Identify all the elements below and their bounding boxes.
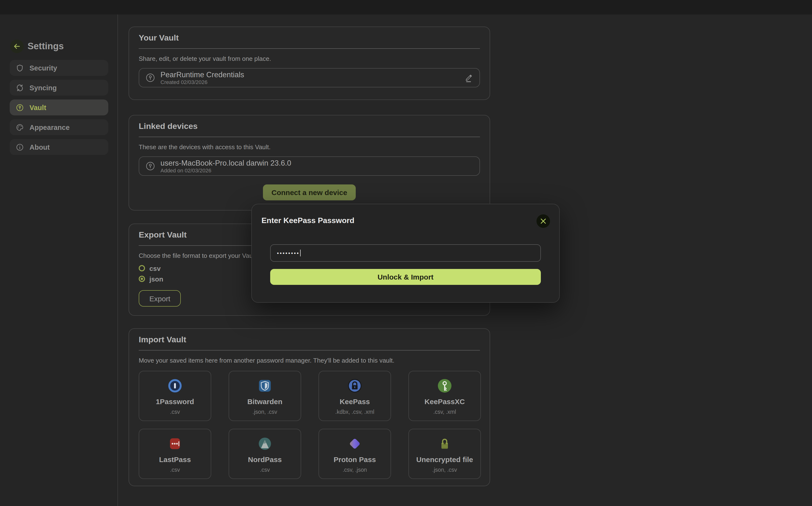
your-vault-card: Your Vault Share, edit, or delete your v… (129, 26, 490, 100)
import-tile-lastpass[interactable]: LastPass .csv (139, 429, 211, 479)
sidebar-item-appearance[interactable]: Appearance (10, 119, 108, 135)
your-vault-description: Share, edit, or delete your vault from o… (139, 55, 480, 62)
keepassxc-icon (437, 378, 452, 393)
sync-icon (16, 84, 24, 91)
divider (139, 137, 480, 137)
sidebar-item-syncing[interactable]: Syncing (10, 80, 108, 96)
linked-devices-title: Linked devices (139, 122, 480, 131)
divider (139, 48, 480, 49)
import-tile-bitwarden[interactable]: Bitwarden .json, .csv (228, 371, 301, 421)
settings-sidebar: Settings Security Syncing (0, 14, 118, 506)
your-vault-title: Your Vault (139, 33, 480, 43)
import-vault-card: Import Vault Move your saved items here … (129, 328, 490, 486)
device-added-date: Added on 02/03/2026 (160, 168, 291, 173)
vault-name: PearRuntime Credentials (160, 71, 244, 79)
onepassword-icon (168, 378, 182, 393)
radio-label: csv (149, 264, 161, 272)
connect-new-device-button[interactable]: Connect a new device (263, 184, 356, 200)
provider-formats: .csv (170, 409, 180, 415)
provider-name: KeePassXC (425, 397, 465, 406)
lastpass-icon (168, 436, 182, 451)
sidebar-item-label: Vault (29, 103, 46, 111)
close-dialog-button[interactable] (537, 215, 550, 228)
edit-vault-button[interactable] (464, 73, 473, 82)
text-cursor (300, 250, 300, 256)
keepass-password-dialog: Enter KeePass Password •••••••• Unlock &… (251, 204, 560, 303)
divider (139, 350, 480, 350)
app-window: Settings Security Syncing (0, 0, 812, 506)
provider-formats: .csv (170, 467, 180, 473)
provider-formats: .csv (260, 467, 270, 473)
import-tile-keepass[interactable]: KeePass .kdbx, .csv, .xml (319, 371, 391, 421)
shield-icon (16, 64, 24, 72)
radio-selected-icon (139, 276, 145, 282)
import-tile-unencrypted-file[interactable]: Unencrypted file .json, .csv (408, 429, 481, 479)
export-button[interactable]: Export (139, 290, 181, 307)
info-icon (16, 143, 24, 151)
device-name: users-MacBook-Pro.local darwin 23.6.0 (160, 159, 291, 167)
device-row[interactable]: users-MacBook-Pro.local darwin 23.6.0 Ad… (139, 156, 480, 176)
import-tile-1password[interactable]: 1Password .csv (139, 371, 211, 421)
pencil-edit-icon (464, 73, 473, 82)
provider-name: LastPass (159, 455, 191, 463)
sidebar-item-label: About (29, 143, 50, 151)
bitwarden-icon (258, 378, 272, 393)
provider-name: 1Password (156, 397, 194, 406)
sidebar-item-label: Appearance (29, 123, 70, 131)
sidebar-item-about[interactable]: About (10, 139, 108, 155)
close-icon (540, 218, 546, 224)
linked-devices-description: These are the devices with access to thi… (139, 143, 480, 151)
page-title: Settings (27, 39, 64, 53)
password-input[interactable]: •••••••• (270, 244, 541, 262)
provider-name: NordPass (248, 455, 282, 463)
palette-icon (16, 123, 24, 131)
unencrypted-lock-icon (437, 436, 452, 451)
import-vault-description: Move your saved items here from another … (139, 357, 480, 364)
sidebar-item-label: Syncing (29, 84, 57, 91)
key-circle-icon (145, 73, 155, 83)
import-tile-nordpass[interactable]: NordPass .csv (228, 429, 301, 479)
radio-label: json (149, 275, 163, 283)
keepass-icon (347, 378, 362, 393)
window-titlebar (0, 0, 812, 14)
dialog-title: Enter KeePass Password (262, 216, 354, 225)
linked-devices-card: Linked devices These are the devices wit… (129, 115, 490, 210)
provider-formats: .csv, .xml (433, 409, 456, 415)
provider-name: Proton Pass (334, 455, 376, 463)
vault-created-date: Created 02/03/2026 (160, 79, 244, 85)
import-tile-keepassxc[interactable]: KeePassXC .csv, .xml (408, 371, 481, 421)
provider-formats: .csv, .json (343, 467, 367, 473)
vault-row[interactable]: PearRuntime Credentials Created 02/03/20… (139, 68, 480, 87)
key-circle-icon (16, 103, 24, 111)
sidebar-item-label: Security (29, 64, 57, 72)
provider-name: Bitwarden (247, 397, 282, 406)
unlock-import-button[interactable]: Unlock & Import (270, 269, 541, 285)
protonpass-icon (347, 436, 362, 451)
provider-name: KeePass (340, 397, 370, 406)
import-tile-protonpass[interactable]: Proton Pass .csv, .json (319, 429, 391, 479)
password-masked-value: •••••••• (277, 250, 300, 256)
nordpass-icon (258, 436, 272, 451)
sidebar-item-vault[interactable]: Vault (10, 99, 108, 115)
back-arrow-icon (13, 43, 21, 50)
import-provider-grid: 1Password .csv Bitwarden .json, .csv (139, 371, 480, 479)
provider-formats: .kdbx, .csv, .xml (335, 409, 374, 415)
provider-formats: .json, .csv (432, 467, 457, 473)
key-circle-icon (145, 161, 155, 171)
sidebar-item-security[interactable]: Security (10, 60, 108, 76)
radio-icon (139, 265, 145, 271)
provider-formats: .json, .csv (253, 409, 277, 415)
provider-name: Unencrypted file (416, 455, 473, 463)
back-button[interactable] (10, 39, 24, 53)
import-vault-title: Import Vault (139, 335, 480, 345)
